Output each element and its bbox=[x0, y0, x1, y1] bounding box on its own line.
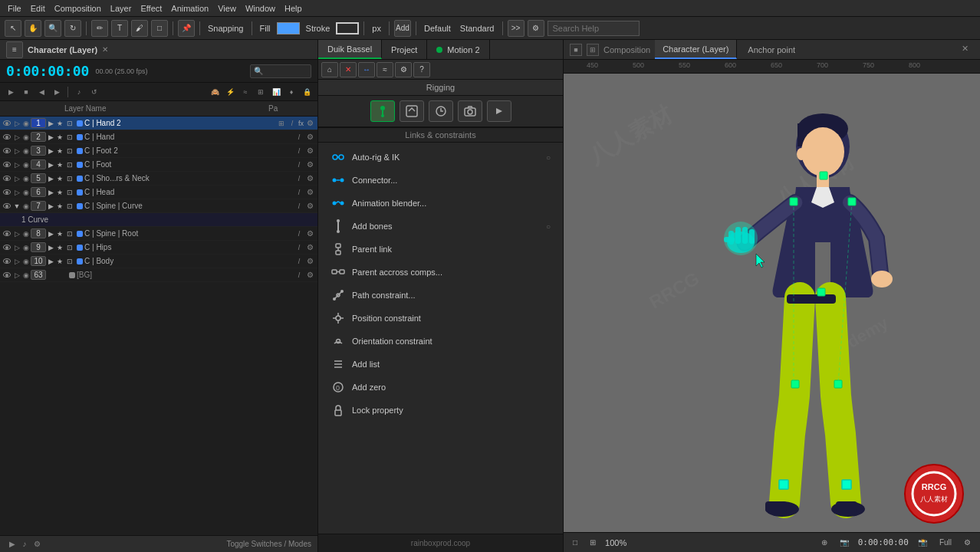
comp-close[interactable]: ✕ bbox=[962, 44, 974, 56]
layer-1-collapse[interactable]: ▷ bbox=[12, 117, 21, 130]
comp-settings[interactable]: ⚙ bbox=[528, 20, 544, 37]
menu-composition[interactable]: Composition bbox=[50, 2, 106, 15]
layer-1-aa[interactable]: / bbox=[288, 119, 297, 128]
layer-7-options[interactable]: ⚙ bbox=[304, 200, 316, 212]
layer-8-options[interactable]: ⚙ bbox=[304, 228, 316, 240]
layer-5-star[interactable]: ★ bbox=[55, 172, 64, 185]
layer-row[interactable]: ▼ ◉ 7 ▶ ★ ⊡ C | Spine | Curve / ⚙ bbox=[0, 199, 317, 213]
layer-9-collapse[interactable]: ▷ bbox=[12, 242, 21, 254]
duik-home[interactable]: ⌂ bbox=[321, 62, 338, 77]
layer-row[interactable]: ▷ ◉ 63 [BG] / ⚙ bbox=[0, 268, 317, 282]
menu-item-parent-link[interactable]: Parent link bbox=[318, 238, 563, 261]
tab-motion2[interactable]: Motion 2 bbox=[427, 40, 489, 59]
layer-9-solo[interactable]: ◉ bbox=[21, 242, 31, 254]
menu-item-animation-blender[interactable]: Animation blender... bbox=[318, 192, 563, 215]
draft-btn[interactable]: ⚡ bbox=[224, 86, 236, 98]
next-frame[interactable]: ▶ bbox=[51, 86, 63, 98]
graph-btn[interactable]: 📊 bbox=[270, 86, 282, 98]
expand-workspaces[interactable]: >> bbox=[508, 20, 525, 37]
layer-9-star[interactable]: ★ bbox=[55, 242, 64, 254]
puppet-tool[interactable]: 📌 bbox=[178, 20, 195, 37]
layer-10-aa[interactable]: / bbox=[294, 257, 304, 266]
layer-10-star[interactable]: ★ bbox=[55, 255, 64, 268]
comp-camera[interactable]: 📷 bbox=[837, 538, 852, 547]
layer-1-fx[interactable]: fx bbox=[298, 120, 304, 127]
layer-7-solo[interactable]: ◉ bbox=[21, 200, 31, 212]
layer-10-collapse[interactable]: ▷ bbox=[12, 255, 21, 268]
layer-3-collapse[interactable]: ▷ bbox=[12, 145, 21, 157]
comp-panel-icon[interactable]: ■ bbox=[570, 44, 582, 56]
layer-row[interactable]: ▷ ◉ 4 ▶ ★ ⊡ C | Foot / ⚙ bbox=[0, 158, 317, 172]
lock-btn[interactable]: 🔒 bbox=[301, 86, 313, 98]
comp-settings-btn[interactable]: ⚙ bbox=[961, 538, 974, 547]
stop-btn[interactable]: ■ bbox=[20, 86, 32, 98]
layer-4-lock[interactable]: ▶ bbox=[46, 159, 55, 171]
layer-1-solo[interactable]: ◉ bbox=[21, 117, 31, 130]
zoom-level[interactable]: 100% bbox=[605, 538, 626, 547]
layer-6-visibility[interactable] bbox=[2, 189, 12, 195]
layer-6-options[interactable]: ⚙ bbox=[304, 186, 316, 199]
shy-btn[interactable]: 🙈 bbox=[209, 86, 221, 98]
layer-3-options[interactable]: ⚙ bbox=[304, 145, 316, 157]
layer-9-aa[interactable]: / bbox=[294, 243, 304, 252]
layer-6-star[interactable]: ★ bbox=[55, 186, 64, 199]
menu-item-auto-rig[interactable]: Auto-rig & IK ○ bbox=[318, 146, 563, 169]
menu-item-add-bones[interactable]: Add bones ○ bbox=[318, 215, 563, 238]
layer-6-aa[interactable]: / bbox=[294, 188, 304, 197]
brush-tool[interactable]: 🖌 bbox=[131, 20, 148, 37]
layer-4-solo[interactable]: ◉ bbox=[21, 159, 31, 171]
motion-blur-btn[interactable]: ≈ bbox=[239, 86, 252, 98]
frame-blend-btn[interactable]: ⊞ bbox=[255, 86, 267, 98]
hand-tool[interactable]: ✋ bbox=[25, 20, 41, 37]
layer-7-visibility[interactable] bbox=[2, 203, 12, 209]
menu-item-path-constraint[interactable]: Path constraint... bbox=[318, 284, 563, 307]
layer-2-star[interactable]: ★ bbox=[55, 131, 64, 143]
layer-3-star[interactable]: ★ bbox=[55, 145, 64, 157]
layer-5-visibility[interactable] bbox=[2, 176, 12, 181]
layer-row[interactable]: ▷ ◉ 2 ▶ ★ ⊡ C | Hand / ⚙ bbox=[0, 130, 317, 144]
fill-color-swatch[interactable] bbox=[277, 22, 300, 34]
layer-3-solo[interactable]: ◉ bbox=[21, 145, 31, 157]
layer-1-options[interactable]: ⚙ bbox=[304, 117, 316, 130]
layer-5-aa[interactable]: / bbox=[294, 174, 304, 183]
duik-stop[interactable]: ✕ bbox=[340, 62, 357, 77]
layer-1-visibility[interactable] bbox=[2, 120, 12, 126]
layer-63-options[interactable]: ⚙ bbox=[304, 269, 316, 281]
pen-tool[interactable]: ✏ bbox=[91, 20, 108, 37]
bottom-settings[interactable]: ⚙ bbox=[31, 538, 43, 550]
layer-8-star[interactable]: ★ bbox=[55, 228, 64, 240]
layer-6-lock[interactable]: ▶ bbox=[46, 186, 55, 199]
layer-5-collapse[interactable]: ▷ bbox=[12, 172, 21, 185]
layer-row[interactable]: ▷ ◉ 5 ▶ ★ ⊡ C | Sho...rs & Neck / ⚙ bbox=[0, 172, 317, 186]
layer-1-shy[interactable]: ⊞ bbox=[277, 119, 286, 128]
layer-9-options[interactable]: ⚙ bbox=[304, 242, 316, 254]
menu-edit[interactable]: Edit bbox=[26, 2, 50, 15]
zoom-tool[interactable]: 🔍 bbox=[44, 20, 61, 37]
duik-help[interactable]: ? bbox=[413, 62, 430, 77]
layer-5-options[interactable]: ⚙ bbox=[304, 172, 316, 185]
menu-animation[interactable]: Animation bbox=[166, 2, 213, 15]
layer-2-collapse[interactable]: ▷ bbox=[12, 131, 21, 143]
duik-play[interactable]: ↔ bbox=[358, 62, 375, 77]
bottom-play[interactable]: ▶ bbox=[6, 538, 18, 550]
layer-row[interactable]: ▷ ◉ 10 ▶ ★ ⊡ C | Body / ⚙ bbox=[0, 255, 317, 268]
bottom-audio[interactable]: ♪ bbox=[18, 538, 31, 550]
layer-7-aa[interactable]: / bbox=[294, 202, 304, 211]
layer-8-lock[interactable]: ▶ bbox=[46, 228, 55, 240]
duik-icon-camera[interactable] bbox=[458, 100, 482, 122]
layer-3-lock[interactable]: ▶ bbox=[46, 145, 55, 157]
layer-10-visibility[interactable] bbox=[2, 258, 12, 264]
layer-2-aa[interactable]: / bbox=[294, 133, 304, 142]
select-tool[interactable]: ↖ bbox=[5, 20, 21, 37]
tab-duik-bassel[interactable]: Duik Bassel bbox=[318, 40, 382, 59]
layer-2-visibility[interactable] bbox=[2, 134, 12, 140]
layer-10-lock[interactable]: ▶ bbox=[46, 255, 55, 268]
prev-frame[interactable]: ◀ bbox=[35, 86, 48, 98]
layer-6-collapse[interactable]: ▷ bbox=[12, 186, 21, 199]
layer-8-solo[interactable]: ◉ bbox=[21, 228, 31, 240]
layer-8-collapse[interactable]: ▷ bbox=[12, 228, 21, 240]
menu-item-add-list[interactable]: Add list bbox=[318, 353, 563, 376]
layer-8-visibility[interactable] bbox=[2, 231, 12, 236]
rotate-tool[interactable]: ↻ bbox=[64, 20, 81, 37]
menu-item-parent-across[interactable]: Parent accross comps... bbox=[318, 261, 563, 284]
